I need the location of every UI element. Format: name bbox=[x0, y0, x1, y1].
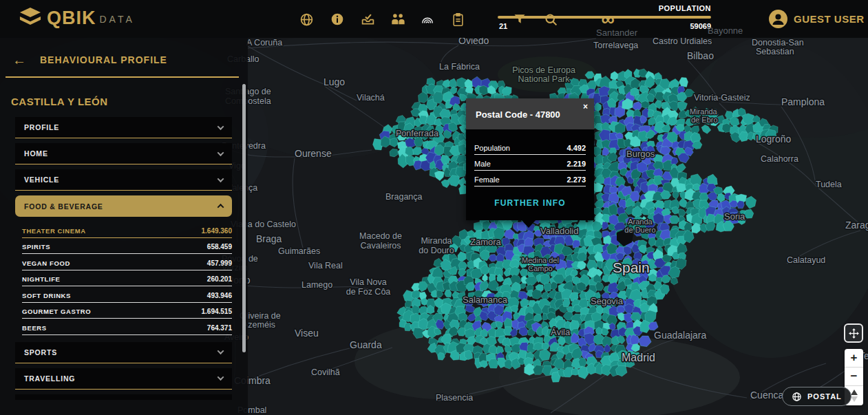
map-label-miranda: Miranda bbox=[690, 107, 718, 116]
popup-header: Postal Code - 47800 × bbox=[466, 98, 594, 129]
popup-body: Population4.492Male2.219Female2.273 FURT… bbox=[466, 129, 594, 220]
item-value: 493.946 bbox=[207, 292, 232, 299]
accordion-label: TRAVELLING bbox=[24, 374, 75, 383]
map-label-miranda: Miranda bbox=[421, 236, 452, 246]
item-beers[interactable]: BEERS764.371 bbox=[22, 319, 232, 335]
item-theater-cinema[interactable]: THEATER CINEMA1.649.360 bbox=[22, 222, 232, 238]
popup-row-value: 2.273 bbox=[567, 175, 586, 184]
map-label-torrelavega: Torrelavega bbox=[593, 41, 638, 50]
postal-layer-button[interactable]: POSTAL bbox=[782, 387, 851, 406]
map-label-la-f-brica: La Fábrica bbox=[439, 62, 480, 72]
item-value: 658.459 bbox=[207, 243, 232, 251]
map-label-macedo-de: Macedo de bbox=[359, 231, 402, 241]
item-value: 260.201 bbox=[207, 275, 232, 283]
map-label-vila: Ávila bbox=[551, 327, 571, 337]
popup-tail bbox=[521, 220, 536, 228]
map-label-do-douro: do Douro bbox=[419, 246, 454, 255]
item-spirits[interactable]: SPIRITS658.459 bbox=[22, 238, 232, 255]
pan-control-button[interactable] bbox=[844, 323, 863, 343]
globe-icon[interactable] bbox=[298, 11, 315, 28]
map-label-segovia: Segovia bbox=[591, 296, 624, 306]
item-label: VEGAN FOOD bbox=[22, 259, 70, 267]
item-value: 457.999 bbox=[207, 259, 232, 267]
item-gourmet-gastro[interactable]: GOURMET GASTRO1.694.515 bbox=[22, 303, 232, 319]
item-label: GOURMET GASTRO bbox=[22, 308, 91, 315]
popup-row-value: 2.219 bbox=[567, 160, 586, 168]
sidebar: ← BEHAVIOURAL PROFILE CASTILLA Y LEÓN PR… bbox=[0, 38, 248, 415]
accordion-vehicle[interactable]: VEHICLE bbox=[15, 169, 232, 191]
people-icon[interactable] bbox=[390, 11, 406, 28]
population-min-value: 21 bbox=[499, 22, 507, 30]
chevron-down-icon bbox=[218, 348, 224, 354]
chevron-down-icon bbox=[218, 149, 224, 156]
map-label-de-duero: de Duero bbox=[624, 226, 655, 234]
chevron-down-icon bbox=[218, 374, 224, 381]
map-label-picos-de-europa: Picos de Europa bbox=[512, 65, 575, 75]
accordion-label: FOOD & BEVERAGE bbox=[24, 202, 103, 211]
back-arrow-icon[interactable]: ← bbox=[12, 53, 26, 67]
further-info-link[interactable]: FURTHER INFO bbox=[474, 198, 586, 208]
map-label-sebastian: Sebastian bbox=[756, 47, 794, 56]
clipboard-icon[interactable] bbox=[449, 11, 466, 28]
map-label-covilh: Covilhã bbox=[311, 368, 340, 377]
app-logo[interactable]: QBIK DATA bbox=[18, 7, 135, 29]
accordion-home[interactable]: HOME bbox=[15, 143, 232, 164]
avatar[interactable] bbox=[769, 10, 787, 28]
item-soft-drinks[interactable]: SOFT DRINKS493.946 bbox=[22, 286, 232, 303]
item-label: SOFT DRINKS bbox=[22, 292, 71, 299]
accordion-travelling[interactable]: TRAVELLING bbox=[15, 368, 232, 390]
gold-divider bbox=[6, 76, 239, 78]
topbar: QBIK DATA ∞ POPULATION 21 59069 GUEST US… bbox=[0, 0, 868, 38]
population-slider-track[interactable] bbox=[498, 16, 711, 19]
popup-row-label: Female bbox=[474, 175, 500, 184]
map-label-de-ebro: de Ebro bbox=[691, 116, 718, 124]
info-icon[interactable] bbox=[329, 11, 346, 28]
close-icon[interactable]: × bbox=[583, 102, 588, 111]
accordion-list: PROFILEHOMEVEHICLEFOOD & BEVERAGETHEATER… bbox=[15, 117, 232, 400]
popup-row-female: Female2.273 bbox=[474, 171, 586, 187]
brand-suffix: DATA bbox=[100, 11, 135, 25]
layers-icon bbox=[18, 7, 43, 29]
accordion-sports[interactable]: SPORTS bbox=[15, 342, 232, 363]
map-label-lamego: Lamego bbox=[301, 280, 332, 290]
map-label-national-park: National Park bbox=[518, 74, 570, 84]
map-label-valladolid: Valladolid bbox=[540, 226, 578, 236]
postal-label: POSTAL bbox=[807, 392, 842, 401]
map-label-vitoria-gasteiz: Vitoria-Gasteiz bbox=[694, 93, 750, 103]
map-label-madrid: Madrid bbox=[622, 352, 655, 363]
map-label-donostia-san: Donostia-San bbox=[752, 38, 804, 47]
item-nightlife[interactable]: NIGHTLIFE260.201 bbox=[22, 270, 232, 287]
map-label-bilbao: Bilbao bbox=[687, 50, 714, 61]
region-title: CASTILLA Y LEÓN bbox=[11, 96, 108, 107]
item-label: NIGHTLIFE bbox=[22, 275, 61, 283]
map-label-ponferrada: Ponferrada bbox=[396, 129, 438, 138]
chevron-down-icon bbox=[218, 123, 224, 130]
move-arrows-icon bbox=[848, 328, 860, 339]
popup-row-label: Male bbox=[474, 160, 491, 168]
accordion-partial[interactable] bbox=[15, 394, 232, 400]
map-label-calahorra: Calahorra bbox=[761, 154, 798, 164]
map-label-bragan-a: Bragança bbox=[385, 192, 423, 202]
globe-icon bbox=[792, 392, 802, 402]
map-label-logro-o: Logroño bbox=[756, 134, 792, 145]
accordion-food-beverage[interactable]: FOOD & BEVERAGE bbox=[15, 195, 232, 217]
accordion-profile[interactable]: PROFILE bbox=[15, 117, 232, 138]
sidebar-scrollbar[interactable] bbox=[242, 84, 246, 352]
item-value: 1.649.360 bbox=[202, 227, 233, 235]
arcs-icon[interactable] bbox=[419, 11, 436, 28]
map-label-vila-nova: Vila Nova bbox=[350, 277, 386, 287]
inbox-check-icon[interactable] bbox=[359, 11, 376, 28]
popup-row-population: Population4.492 bbox=[474, 139, 586, 155]
item-vegan-food[interactable]: VEGAN FOOD457.999 bbox=[22, 254, 232, 270]
map-label-burgos: Burgos bbox=[626, 149, 655, 159]
guest-user-label[interactable]: GUEST USER bbox=[794, 13, 865, 25]
map-label-spain: Spain bbox=[613, 259, 650, 275]
item-label: THEATER CINEMA bbox=[22, 227, 86, 235]
zoom-in-button[interactable]: + bbox=[845, 349, 863, 368]
sidebar-title: BEHAVIOURAL PROFILE bbox=[40, 54, 167, 65]
map-label-vila-real: Vila Real bbox=[308, 261, 343, 270]
map-label-zamora: Zamora bbox=[470, 237, 502, 247]
zoom-out-button[interactable]: − bbox=[845, 368, 863, 386]
map-label-guarda: Guarda bbox=[350, 339, 382, 350]
popup-row-male: Male2.219 bbox=[474, 155, 586, 171]
